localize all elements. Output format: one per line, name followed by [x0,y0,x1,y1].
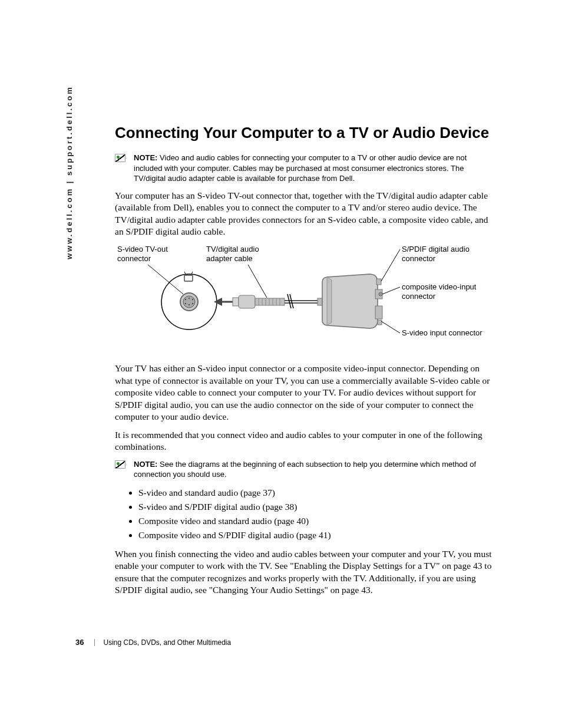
note-label: NOTE: [134,460,157,469]
svg-point-10 [189,304,190,306]
note-body: See the diagrams at the beginning of eac… [134,460,476,479]
svg-point-6 [185,299,187,301]
diagram-adapter-cable: S-video TV-out connector TV/digital audi… [115,245,492,357]
note-text-1: NOTE: Video and audio cables for connect… [134,153,492,184]
diagram-svg [115,245,492,357]
page-number: 36 [75,638,84,647]
svg-rect-31 [376,279,381,285]
svg-line-38 [381,249,400,281]
svg-point-7 [189,298,190,299]
page-title: Connecting Your Computer to a TV or Audi… [115,124,492,142]
list-item: Composite video and S/PDIF digital audio… [138,528,492,542]
sidebar-url: www.dell.com | support.dell.com [65,85,74,259]
svg-rect-15 [239,295,255,308]
svg-point-11 [192,303,194,305]
svg-line-37 [248,265,267,298]
note-icon [115,154,125,162]
svg-line-3 [191,272,193,275]
paragraph-4: When you finish connecting the video and… [115,548,492,597]
bullet-list: S-video and standard audio (page 37) S-v… [115,486,492,542]
svg-point-8 [192,299,194,301]
svg-marker-12 [214,298,222,306]
paragraph-2: Your TV has either an S-video input conn… [115,363,492,423]
note-body: Video and audio cables for connecting yo… [134,153,467,183]
list-item: Composite video and standard audio (page… [138,514,492,528]
svg-line-36 [148,265,183,294]
note-text-2: NOTE: See the diagrams at the beginning … [134,459,492,480]
svg-rect-34 [375,306,382,319]
note-label: NOTE: [134,153,157,162]
page-footer: 36 Using CDs, DVDs, and Other Multimedia [75,638,231,647]
svg-line-39 [382,287,400,294]
chapter-title: Using CDs, DVDs, and Other Multimedia [103,638,231,647]
paragraph-1: Your computer has an S-video TV-out conn… [115,190,492,238]
svg-point-33 [379,292,382,296]
svg-line-40 [381,321,400,333]
note-icon [115,460,125,469]
note-block-1: NOTE: Video and audio cables for connect… [115,153,492,184]
note-block-2: NOTE: See the diagrams at the beginning … [115,459,492,480]
paragraph-3: It is recommended that you connect video… [115,429,492,453]
svg-point-9 [185,303,187,305]
svg-rect-14 [233,298,239,306]
svg-rect-1 [184,275,193,281]
main-content: Connecting Your Computer to a TV or Audi… [115,124,492,602]
list-item: S-video and S/PDIF digital audio (page 3… [138,500,492,514]
svg-rect-35 [378,320,382,325]
list-item: S-video and standard audio (page 37) [138,486,492,500]
footer-divider [94,639,95,646]
